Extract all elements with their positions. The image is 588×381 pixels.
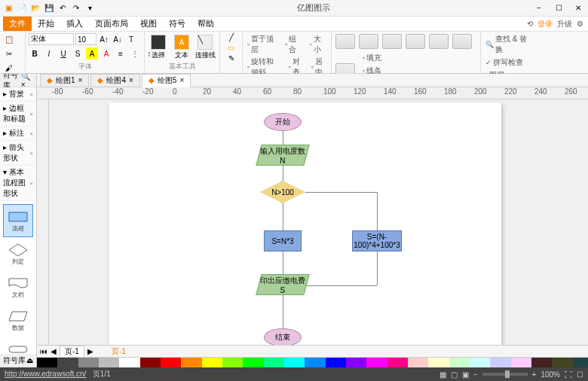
cat-callout[interactable]: ▸ 标注× (0, 126, 36, 141)
color-swatch[interactable] (531, 358, 552, 367)
color-swatch[interactable] (346, 358, 366, 367)
page-prev-icon[interactable]: ◀ (51, 347, 57, 355)
page-tab[interactable]: 页-1 (60, 346, 84, 358)
cat-flowchart[interactable]: ▾ 基本流程图形状× (0, 166, 36, 201)
color-swatch[interactable] (449, 358, 470, 367)
qat-dropdown-icon[interactable]: ▾ (84, 3, 95, 14)
group-btn[interactable]: ▫ 组合 (283, 33, 303, 56)
color-swatch[interactable] (326, 358, 346, 367)
color-swatch[interactable] (305, 358, 325, 367)
align-icon[interactable]: ≡ (115, 47, 127, 59)
connector-tool[interactable]: ╲连接线 (194, 34, 216, 61)
menu-start[interactable]: 开始 (32, 17, 60, 31)
color-swatch[interactable] (511, 358, 531, 367)
connector[interactable] (283, 203, 283, 230)
color-swatch[interactable] (140, 358, 161, 367)
color-swatch[interactable] (573, 358, 588, 367)
color-swatch[interactable] (181, 358, 201, 367)
view-mode-icon[interactable]: ▣ (462, 370, 469, 379)
menu-file[interactable]: 文件 (3, 17, 32, 31)
spellcheck-btn[interactable]: ✓ 拼写检查 (484, 56, 525, 69)
menu-insert[interactable]: 插入 (60, 17, 89, 31)
bring-front-btn[interactable]: ▫ 置于顶层 (246, 33, 279, 56)
select-tool[interactable]: 选择 (148, 34, 169, 61)
flowchart-process1[interactable]: S=N*3 (264, 230, 302, 251)
upgrade-link[interactable]: 升级 (557, 19, 572, 29)
color-swatch[interactable] (264, 358, 284, 367)
paste-icon[interactable]: 📋 (3, 33, 15, 45)
style-preset[interactable] (429, 34, 449, 49)
style-preset[interactable] (382, 34, 402, 49)
color-swatch[interactable] (490, 358, 510, 367)
close-tab-icon[interactable]: × (78, 76, 83, 84)
shape-data[interactable]: 数据 (3, 303, 33, 337)
color-swatch[interactable] (387, 358, 408, 367)
brush-icon[interactable]: 🖌 (3, 62, 15, 74)
text-tool[interactable]: A文本 (171, 34, 192, 61)
connector[interactable] (283, 251, 283, 274)
color-swatch[interactable] (99, 358, 119, 367)
font-family-select[interactable] (29, 33, 74, 45)
flowchart-start[interactable]: 开始 (264, 113, 302, 131)
flowchart-decision[interactable]: N>100 (260, 181, 305, 203)
zoom-level[interactable]: 100% (541, 370, 560, 379)
menu-view[interactable]: 视图 (134, 17, 163, 31)
connector[interactable] (377, 251, 378, 285)
fontcolor-icon[interactable]: A (100, 47, 112, 59)
page-next-icon[interactable]: ▶ (87, 347, 93, 355)
view-mode-icon[interactable]: ▦ (439, 370, 446, 379)
tab-doc4[interactable]: ◆绘图4× (90, 74, 139, 87)
italic-icon[interactable]: I (43, 47, 55, 59)
color-swatch[interactable] (470, 358, 490, 367)
save-icon[interactable]: 💾 (44, 3, 54, 14)
connector[interactable] (377, 192, 378, 230)
flowchart-output[interactable]: 印出应缴电费S (256, 274, 310, 295)
zoom-out-icon[interactable]: − (473, 370, 478, 379)
color-swatch[interactable] (78, 358, 99, 367)
minimize-button[interactable]: − (532, 2, 546, 15)
color-swatch[interactable] (119, 358, 139, 367)
shape-document[interactable]: 文档 (3, 270, 33, 303)
color-swatch[interactable] (366, 358, 387, 367)
font-increase-icon[interactable]: A↑ (98, 33, 110, 45)
font-clear-icon[interactable]: T (125, 33, 137, 45)
shape-process[interactable]: 流程 (3, 204, 33, 237)
strike-icon[interactable]: S (72, 47, 84, 59)
shape-terminator[interactable]: 开始或结束 (3, 337, 33, 354)
font-decrease-icon[interactable]: A↓ (112, 33, 124, 45)
close-button[interactable]: ✕ (571, 2, 585, 15)
redo-icon[interactable]: ↷ (71, 3, 81, 14)
cat-border[interactable]: ▸ 边框和标题× (0, 102, 36, 126)
color-swatch[interactable] (243, 358, 263, 367)
tab-doc1[interactable]: ◆绘图1× (40, 74, 89, 87)
highlight-icon[interactable]: A (86, 47, 98, 59)
tab-doc5[interactable]: ◆绘图5× (142, 74, 191, 87)
color-swatch[interactable] (161, 358, 181, 367)
style-preset[interactable] (359, 34, 378, 49)
menu-help[interactable]: 帮助 (191, 17, 220, 31)
open-icon[interactable]: 📂 (30, 3, 41, 14)
bullet-icon[interactable]: ⋮ (129, 47, 141, 59)
menu-symbols[interactable]: 符号 (163, 17, 191, 31)
pen-shape-icon[interactable]: ✎ (228, 54, 234, 62)
page-viewport[interactable]: 开始 输入用电度数N N>100 S=N*3 S=(N-100)*4+100*3… (49, 99, 588, 345)
login-link[interactable]: 登录 (537, 19, 553, 29)
underline-icon[interactable]: U (57, 47, 69, 59)
fullscreen-icon[interactable]: ☐ (577, 370, 583, 379)
connector[interactable] (307, 285, 377, 286)
find-replace-btn[interactable]: 🔍 查找 & 替换 (484, 33, 532, 56)
color-swatch[interactable] (284, 358, 305, 367)
page-first-icon[interactable]: ⏮ (40, 347, 47, 355)
size-btn[interactable]: ▫ 大小 (308, 33, 328, 56)
color-swatch[interactable] (428, 358, 449, 367)
bold-icon[interactable]: B (29, 47, 41, 59)
style-preset[interactable] (406, 34, 425, 49)
connector[interactable] (283, 166, 283, 181)
panel-dropdown-icon[interactable]: ⏏ (26, 356, 33, 364)
flowchart-process2[interactable]: S=(N-100)*4+100*3 (352, 230, 402, 251)
status-url[interactable]: http://www.edrawsoft.cn/ (5, 370, 86, 378)
font-size-select[interactable] (75, 33, 96, 45)
menu-pagelayout[interactable]: 页面布局 (89, 17, 134, 31)
flowchart-end[interactable]: 结束 (264, 328, 302, 345)
close-tab-icon[interactable]: × (129, 76, 133, 84)
